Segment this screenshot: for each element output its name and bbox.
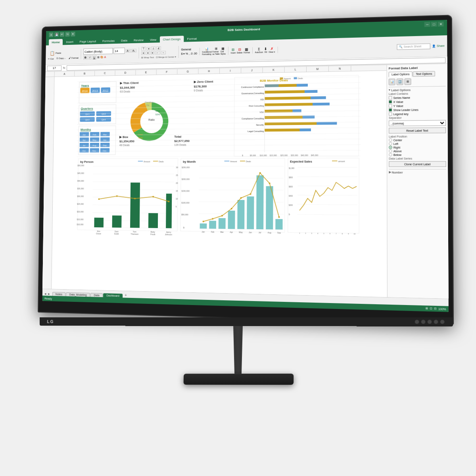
align-left-btn[interactable]: ≡ (141, 51, 145, 55)
above-radio[interactable] (389, 150, 392, 153)
panel-icon-bar[interactable]: ⊞ (405, 79, 411, 85)
col-a[interactable]: A (55, 71, 75, 77)
tab-review[interactable]: Review (131, 37, 146, 44)
increase-indent-btn[interactable]: → (161, 51, 165, 54)
clear-btn[interactable]: ✗ Clear ▾ (269, 46, 275, 53)
wrap-text-btn[interactable]: ⊞ Wrap Text (141, 56, 154, 59)
col-b[interactable]: B (75, 71, 95, 76)
tab-format[interactable]: Format (184, 35, 200, 42)
dropdown-icon[interactable]: ▾ (71, 32, 75, 36)
increase-decimal-btn[interactable]: .00 (193, 52, 197, 55)
cell-styles-btn[interactable]: ▦ CellStyles (221, 47, 226, 55)
clone-current-label-btn[interactable]: Clone Current Label (389, 161, 446, 167)
monitor-btn-2[interactable] (421, 320, 426, 324)
delete-cells-btn[interactable]: ⊟ Delete (237, 47, 242, 54)
col-g[interactable]: G (177, 69, 198, 74)
close-btn[interactable]: ✕ (438, 21, 444, 27)
below-radio[interactable] (389, 153, 392, 156)
decrease-decimal-btn[interactable]: .0 (190, 52, 193, 56)
left-radio[interactable] (389, 142, 392, 145)
y-value-check[interactable] (389, 104, 392, 107)
format-painter-btn[interactable]: 🖌 Format (69, 57, 79, 59)
tab-home[interactable]: Home (49, 39, 63, 45)
col-j[interactable]: J (241, 67, 263, 73)
scroll-right-arrow[interactable]: ► (48, 292, 50, 296)
borders-btn[interactable]: ⊞ (97, 56, 100, 59)
reset-label-text-btn[interactable]: Reset Label Text (389, 127, 446, 133)
underline-btn[interactable]: U (92, 55, 96, 60)
x-value-check[interactable] (389, 100, 392, 104)
decrease-indent-btn[interactable]: ← (155, 51, 160, 55)
redo-icon[interactable]: ↪ (65, 32, 70, 37)
view-normal-btn[interactable]: ⊞ (426, 307, 428, 310)
panel-tab-label-options[interactable]: Label Options (389, 71, 413, 77)
cell-reference[interactable] (47, 65, 62, 71)
number-format-btn[interactable]: $ ▾ (181, 52, 185, 56)
align-right-btn[interactable]: ≡ (150, 51, 154, 55)
col-m[interactable]: M (307, 66, 329, 72)
col-h[interactable]: H (198, 68, 220, 74)
copy-btn[interactable]: ⎘ Copy ▾ (57, 57, 66, 60)
insert-cells-btn[interactable]: ⊞ Insert (231, 48, 236, 54)
monitor-btn-5[interactable] (440, 320, 445, 324)
align-center-btn[interactable]: ≡ (146, 51, 150, 55)
autosum-btn[interactable]: Σ AutoSum (255, 47, 263, 53)
align-bottom-btn[interactable]: ⊥ (151, 46, 156, 50)
percent-btn[interactable]: % (186, 52, 188, 56)
col-l[interactable]: L (285, 67, 307, 72)
undo-icon[interactable]: ↩ (60, 32, 64, 37)
series-name-check[interactable] (389, 96, 392, 99)
col-c[interactable]: C (95, 71, 115, 76)
col-f[interactable]: F (157, 69, 178, 75)
tab-insert[interactable]: Insert (63, 38, 76, 45)
tab-page-layout[interactable]: Page Layout (77, 38, 99, 45)
scroll-left-arrow[interactable]: ◄ (44, 292, 46, 296)
monitor-btn-1[interactable] (415, 320, 419, 324)
save-icon[interactable]: 💾 (54, 32, 59, 37)
show-leader-lines-check[interactable] (389, 108, 392, 111)
monitor-btn-4[interactable] (434, 320, 438, 324)
fill-color-btn[interactable]: 🎨 (100, 56, 103, 59)
increase-font-btn[interactable]: A↑ (126, 49, 131, 52)
italic-btn[interactable]: I (88, 55, 92, 60)
bold-btn[interactable]: B (83, 56, 88, 60)
legend-key-check[interactable] (389, 112, 392, 115)
restore-btn[interactable]: □ (431, 22, 437, 27)
collapse-arrow[interactable]: ▾ (389, 88, 390, 92)
view-layout-btn[interactable]: ⊡ (430, 307, 432, 311)
panel-icon-format[interactable]: 🔤 (397, 79, 403, 85)
search-box[interactable]: 🔍 Search Sheet (397, 43, 430, 50)
panel-tab-text-options[interactable]: Text Options (413, 71, 435, 77)
align-middle-btn[interactable]: ≡ (147, 47, 151, 50)
paste-btn[interactable]: 📋 Paste (48, 50, 63, 56)
minimize-btn[interactable]: ─ (424, 22, 430, 27)
merge-center-btn[interactable]: ⊡ Merge & Center ▾ (156, 56, 176, 58)
share-btn[interactable]: 👤 Share (432, 44, 445, 48)
tab-formulas[interactable]: Formulas (99, 37, 117, 44)
format-as-table-btn[interactable]: ⊞ Formatas Table (213, 47, 220, 55)
center-radio[interactable] (389, 138, 392, 142)
right-radio[interactable] (389, 146, 392, 149)
separator-select[interactable]: , (comma) (389, 120, 446, 127)
font-selector[interactable] (83, 48, 113, 55)
monitor-btn-3[interactable] (428, 320, 432, 324)
comma-btn[interactable]: , (189, 52, 190, 56)
col-k[interactable]: K (263, 67, 285, 73)
col-i[interactable]: I (220, 68, 241, 73)
font-color-btn[interactable]: A (104, 56, 106, 58)
format-cells-btn[interactable]: ▦ Format (244, 47, 250, 54)
tab-data[interactable]: Data (118, 37, 130, 44)
angle-text-btn[interactable]: ∠ (157, 46, 161, 50)
tab-view[interactable]: View (147, 36, 159, 43)
conditional-formatting-btn[interactable]: 📊 ConditionalFormatting (202, 47, 211, 56)
number-section-title[interactable]: ▶ Number (389, 171, 446, 174)
tab-chart-design[interactable]: Chart Design (160, 36, 184, 42)
col-n[interactable]: N (329, 66, 351, 71)
cut-btn[interactable]: ✂ Cut (48, 57, 54, 60)
font-size-selector[interactable] (113, 48, 125, 54)
view-page-break-btn[interactable]: ⊟ (434, 307, 436, 311)
add-sheet-btn[interactable]: + (123, 293, 128, 298)
fill-btn[interactable]: ⬇ Fill (264, 47, 267, 53)
panel-icon-chart[interactable]: 📊 (389, 79, 395, 85)
col-e[interactable]: E (136, 69, 156, 75)
